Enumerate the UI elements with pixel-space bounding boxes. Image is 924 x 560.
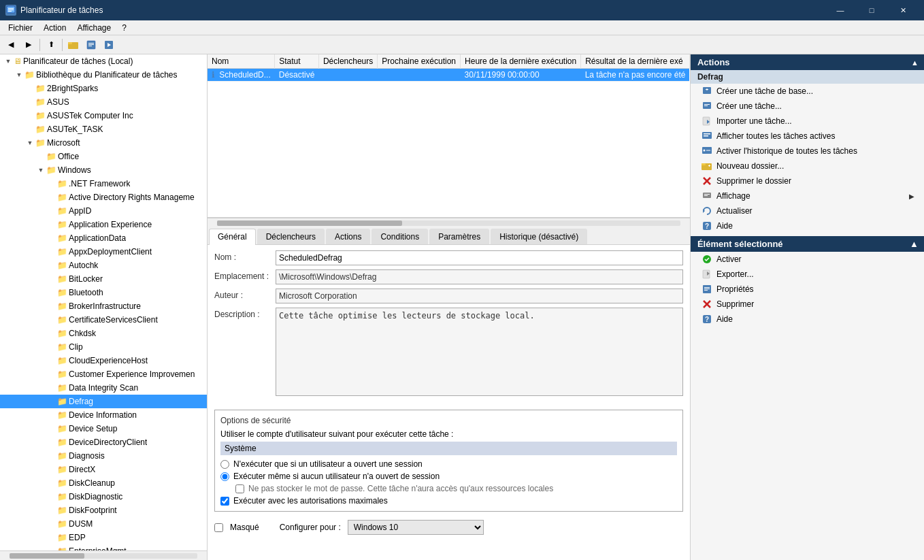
action-properties[interactable]: Propriétés	[691, 282, 924, 297]
tree-item-2brightSparks[interactable]: 📁 2BrightSparks	[0, 82, 207, 95]
tree-item-diskfootprint[interactable]: 📁 DiskFootprint	[0, 504, 207, 517]
action-export[interactable]: Exporter...	[691, 267, 924, 282]
col-lastrun[interactable]: Heure de la dernière exécution	[461, 54, 581, 69]
tree-item-bluetooth[interactable]: 📁 Bluetooth	[0, 286, 207, 299]
selected-collapse-btn[interactable]: ▲	[910, 239, 919, 249]
tasklist-horiz-thumb[interactable]	[217, 220, 402, 226]
menu-action[interactable]: Action	[38, 22, 71, 34]
tree-item-diagnosis[interactable]: 📁 Diagnosis	[0, 449, 207, 463]
tab-conditions[interactable]: Conditions	[372, 229, 428, 244]
radio-any-user[interactable]	[220, 472, 229, 481]
action-enable[interactable]: Activer	[691, 252, 924, 267]
tree-item-deviceinfo[interactable]: 📁 Device Information	[0, 408, 207, 422]
toolbar-folder[interactable]	[65, 37, 82, 52]
tree-item-appdata[interactable]: 📁 ApplicationData	[0, 231, 207, 245]
tree-item-edp[interactable]: 📁 EDP	[0, 531, 207, 544]
action-enable-history[interactable]: Activer l'historique de toutes les tâche…	[691, 144, 924, 159]
checkbox-masque[interactable]	[214, 523, 223, 532]
checkbox-maxperm[interactable]	[220, 497, 229, 506]
action-view[interactable]: Affichage ▶	[691, 188, 924, 203]
action-create-basic[interactable]: Créer une tâche de base...	[691, 84, 924, 99]
tree-item-asutektask[interactable]: 📁 ASUTeK_TASK	[0, 122, 207, 136]
tree-expand-root[interactable]: ▼	[3, 58, 14, 65]
tree-item-appexp[interactable]: 📁 Application Experience	[0, 218, 207, 231]
tree-item-asus[interactable]: 📁 ASUS	[0, 95, 207, 109]
tree-item-windows[interactable]: ▼ 📁 Windows	[0, 163, 207, 177]
tree-item-chkdsk[interactable]: 📁 Chkdsk	[0, 327, 207, 340]
tree-horiz-scrollbar[interactable]	[0, 550, 207, 560]
minimize-button[interactable]: —	[825, 0, 856, 20]
action-help-selected[interactable]: ? Aide	[691, 312, 924, 327]
radio-item-2[interactable]: Exécuter même si aucun utilisateur n'a o…	[220, 472, 677, 481]
close-button[interactable]: ✕	[887, 0, 919, 20]
toolbar-run[interactable]	[101, 37, 117, 52]
tab-historique[interactable]: Historique (désactivé)	[491, 229, 587, 244]
action-new-folder[interactable]: Nouveau dossier...	[691, 159, 924, 174]
tab-general[interactable]: Général	[209, 229, 256, 245]
tree-item-enterprise[interactable]: 📁 EnterpriseMgmt	[0, 544, 207, 550]
tree-view[interactable]: ▼ 🖥 Planificateur de tâches (Local) ▼ 📁 …	[0, 54, 207, 550]
action-delete[interactable]: Supprimer	[691, 297, 924, 312]
expand-microsoft[interactable]: ▼	[24, 139, 35, 146]
action-help-top[interactable]: ? Aide	[691, 218, 924, 233]
tree-item-defrag[interactable]: 📁 Defrag	[0, 395, 207, 408]
tree-item-diskdiag[interactable]: 📁 DiskDiagnostic	[0, 490, 207, 504]
tree-item-devicedirclient[interactable]: 📁 DeviceDirectoryClient	[0, 435, 207, 449]
tree-root[interactable]: ▼ 🖥 Planificateur de tâches (Local)	[0, 54, 207, 68]
tab-declencheurs[interactable]: Déclencheurs	[257, 229, 325, 244]
tree-item-bitlocker[interactable]: 📁 BitLocker	[0, 272, 207, 286]
col-lastresult[interactable]: Résultat de la dernière exé	[581, 54, 690, 69]
tree-item-dataintegrity[interactable]: 📁 Data Integrity Scan	[0, 381, 207, 395]
action-refresh[interactable]: Actualiser	[691, 203, 924, 218]
tree-item-cloud[interactable]: 📁 CloudExperienceHost	[0, 354, 207, 367]
action-view-active[interactable]: Afficher toutes les tâches actives	[691, 129, 924, 144]
toolbar-up[interactable]: ⬆	[43, 37, 59, 52]
table-row[interactable]: ℹ ScheduledD... Désactivé 30/11/1999 00:…	[208, 69, 689, 82]
menu-affichage[interactable]: Affichage	[71, 22, 116, 34]
maximize-button[interactable]: □	[856, 0, 887, 20]
tasklist-horiz-scrollbar[interactable]	[208, 218, 690, 227]
configure-select[interactable]: Windows 10	[348, 520, 484, 535]
menu-fichier[interactable]: Fichier	[3, 22, 38, 34]
tree-item-diskcleanup[interactable]: 📁 DiskCleanup	[0, 476, 207, 490]
tree-item-office[interactable]: 📁 Office	[0, 150, 207, 163]
checkbox-nopassword[interactable]	[235, 484, 244, 493]
tab-parametres[interactable]: Paramètres	[429, 229, 489, 244]
tree-item-dusm[interactable]: 📁 DUSM	[0, 517, 207, 531]
tree-item-activedir[interactable]: 📁 Active Directory Rights Manageme	[0, 191, 207, 204]
action-create-task[interactable]: Créer une tâche...	[691, 99, 924, 114]
action-delete-folder[interactable]: Supprimer le dossier	[691, 174, 924, 188]
toolbar-back[interactable]: ◀	[3, 37, 19, 52]
checkbox-item-nopassword[interactable]: Ne pas stocker le mot de passe. Cette tâ…	[235, 484, 677, 493]
tree-item-devicesetup[interactable]: 📁 Device Setup	[0, 422, 207, 435]
tree-item-autochk[interactable]: 📁 Autochk	[0, 259, 207, 272]
radio-item-1[interactable]: N'exécuter que si un utilisateur a ouver…	[220, 459, 677, 469]
tree-expand-library[interactable]: ▼	[14, 71, 24, 78]
checkbox-item-maxperm[interactable]: Exécuter avec les autorisations maximale…	[220, 496, 677, 506]
form-textarea-description[interactable]: Cette tâche optimise les lecteurs de sto…	[276, 308, 683, 396]
tree-item-broker[interactable]: 📁 BrokerInfrastructure	[0, 299, 207, 313]
tree-item-directx[interactable]: 📁 DirectX	[0, 463, 207, 476]
tree-library[interactable]: ▼ 📁 Bibliothèque du Planificateur de tâc…	[0, 68, 207, 82]
radio-no-user[interactable]	[220, 460, 229, 469]
tree-item-clip[interactable]: 📁 Clip	[0, 340, 207, 354]
tree-item-appxdeploy[interactable]: 📁 AppxDeploymentClient	[0, 245, 207, 259]
col-nextrun[interactable]: Prochaine exécution	[378, 54, 461, 69]
col-statut[interactable]: Statut	[275, 54, 319, 69]
tree-horiz-thumb[interactable]	[10, 553, 84, 559]
col-declencheurs[interactable]: Déclencheurs	[318, 54, 377, 69]
tree-item-asustek[interactable]: 📁 ASUSTek Computer Inc	[0, 109, 207, 122]
tab-actions[interactable]: Actions	[326, 229, 370, 244]
tree-item-microsoft[interactable]: ▼ 📁 Microsoft	[0, 136, 207, 150]
toolbar-forward[interactable]: ▶	[20, 37, 37, 52]
form-input-nom[interactable]	[276, 250, 683, 265]
menu-help[interactable]: ?	[116, 22, 132, 34]
expand-windows[interactable]: ▼	[35, 167, 46, 174]
tree-item-custexp[interactable]: 📁 Customer Experience Improvemen	[0, 367, 207, 381]
action-import[interactable]: Importer une tâche...	[691, 114, 924, 129]
tree-item-dotnet[interactable]: 📁 .NET Framework	[0, 177, 207, 191]
tree-item-appid[interactable]: 📁 AppID	[0, 204, 207, 218]
col-nom[interactable]: Nom	[208, 54, 275, 69]
actions-collapse-btn[interactable]: ▲	[911, 59, 919, 67]
toolbar-properties[interactable]	[83, 37, 99, 52]
